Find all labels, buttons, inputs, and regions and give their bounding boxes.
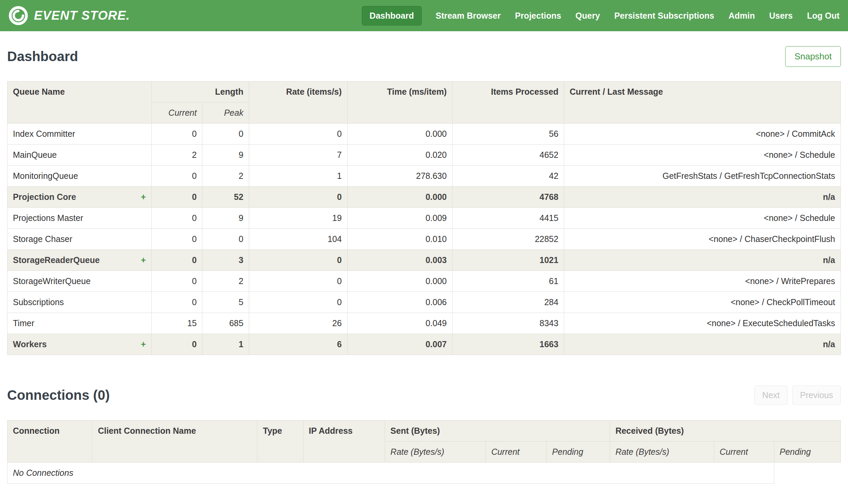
queue-rate-value: 1	[249, 166, 347, 187]
queue-items-processed-value: 4652	[452, 145, 564, 166]
queue-row: Workers+0160.0071663n/a	[7, 334, 841, 355]
header-sent-bytes: Sent (Bytes)	[385, 420, 610, 442]
queue-name: StorageWriterQueue	[13, 276, 91, 286]
nav-item-projections[interactable]: Projections	[515, 6, 561, 25]
queue-peak-value: 0	[202, 229, 249, 250]
queue-name: Index Committer	[13, 129, 75, 139]
queue-time-value: 0.020	[347, 145, 452, 166]
queue-time-value: 0.000	[347, 187, 452, 208]
queue-current-value: 0	[151, 250, 202, 271]
queue-peak-value: 1	[202, 334, 249, 355]
previous-button[interactable]: Previous	[792, 385, 841, 405]
queue-name-cell: Index Committer	[7, 124, 152, 145]
queue-message-value: <none> / CheckPollTimeout	[564, 292, 841, 313]
queue-name: Subscriptions	[13, 297, 64, 307]
queue-time-value: 0.007	[347, 334, 452, 355]
queues-tbody: Index Committer0000.00056<none> / Commit…	[7, 124, 841, 355]
queue-name-cell: MainQueue	[7, 145, 152, 166]
header-current: Current	[151, 103, 202, 124]
queue-rate-value: 26	[249, 313, 347, 334]
expand-icon[interactable]: +	[141, 339, 146, 349]
queue-row: Projection Core+05200.0004768n/a	[7, 187, 841, 208]
header-sent-rate: Rate (Bytes/s)	[385, 442, 486, 463]
queue-row: Index Committer0000.00056<none> / Commit…	[7, 124, 841, 145]
queue-rate-value: 0	[249, 124, 347, 145]
nav-item-stream-browser[interactable]: Stream Browser	[435, 6, 501, 25]
queue-message-value: n/a	[564, 187, 841, 208]
queue-peak-value: 2	[202, 271, 249, 292]
queue-message-value: <none> / ExecuteScheduledTasks	[564, 313, 841, 334]
queue-rate-value: 104	[249, 229, 347, 250]
queue-time-value: 278.630	[347, 166, 452, 187]
queue-rate-value: 6	[249, 334, 347, 355]
brand[interactable]: EVENT STORE.	[8, 5, 130, 26]
nav-item-logout[interactable]: Log Out	[807, 6, 840, 25]
queue-name-cell: StorageWriterQueue	[7, 271, 152, 292]
queue-time-value: 0.003	[347, 250, 452, 271]
queue-message-value: <none> / WritePrepares	[564, 271, 841, 292]
header-sent-pending: Pending	[546, 442, 610, 463]
queue-time-value: 0.049	[347, 313, 452, 334]
queue-current-value: 0	[151, 208, 202, 229]
header-peak: Peak	[202, 103, 249, 124]
header-time: Time (ms/item)	[347, 82, 452, 124]
queue-peak-value: 3	[202, 250, 249, 271]
queue-name-cell: Subscriptions	[7, 292, 152, 313]
header-received-current: Current	[714, 442, 774, 463]
queue-name-cell: Projections Master	[7, 208, 152, 229]
queue-current-value: 2	[151, 145, 202, 166]
queue-name-cell: Workers+	[7, 334, 152, 355]
queue-message-value: <none> / Schedule	[564, 145, 841, 166]
nav-item-dashboard[interactable]: Dashboard	[362, 6, 422, 25]
queue-name: Storage Chaser	[13, 234, 72, 244]
page-title: Dashboard	[7, 49, 78, 64]
queue-current-value: 0	[151, 334, 202, 355]
queue-items-processed-value: 8343	[452, 313, 564, 334]
nav-item-query[interactable]: Query	[575, 6, 600, 25]
queue-name-cell: MonitoringQueue	[7, 166, 152, 187]
queue-rate-value: 0	[249, 187, 347, 208]
header-queue-name: Queue Name	[7, 82, 152, 124]
nav-item-users[interactable]: Users	[769, 6, 793, 25]
brand-text: EVENT STORE.	[34, 8, 130, 23]
header-message: Current / Last Message	[564, 82, 841, 124]
expand-icon[interactable]: +	[141, 192, 146, 202]
queue-row: Timer15685260.0498343<none> / ExecuteSch…	[7, 313, 841, 334]
queues-table: Queue Name Length Rate (items/s) Time (m…	[7, 81, 841, 355]
header-received-rate: Rate (Bytes/s)	[610, 442, 714, 463]
queue-current-value: 0	[151, 187, 202, 208]
queue-message-value: n/a	[564, 334, 841, 355]
queue-message-value: <none> / ChaserCheckpointFlush	[564, 229, 841, 250]
top-navbar: EVENT STORE. Dashboard Stream Browser Pr…	[0, 0, 848, 31]
queue-current-value: 0	[151, 166, 202, 187]
nav-item-admin[interactable]: Admin	[728, 6, 755, 25]
expand-icon[interactable]: +	[141, 255, 146, 265]
queue-items-processed-value: 4415	[452, 208, 564, 229]
main-content: Dashboard Snapshot Queue Name Length Rat…	[0, 46, 848, 484]
queue-name: Projection Core	[13, 192, 76, 202]
queue-current-value: 0	[151, 292, 202, 313]
queue-time-value: 0.006	[347, 292, 452, 313]
queue-row: StorageReaderQueue+0300.0031021n/a	[7, 250, 841, 271]
nav-item-persistent-subscriptions[interactable]: Persistent Subscriptions	[614, 6, 715, 25]
queue-items-processed-value: 42	[452, 166, 564, 187]
queue-row: Projections Master09190.0094415<none> / …	[7, 208, 841, 229]
queue-row: MonitoringQueue021278.63042GetFreshStats…	[7, 166, 841, 187]
queue-name-cell: Projection Core+	[7, 187, 152, 208]
queue-current-value: 15	[151, 313, 202, 334]
queue-message-value: <none> / Schedule	[564, 208, 841, 229]
nav-items: Dashboard Stream Browser Projections Que…	[362, 6, 840, 25]
snapshot-button[interactable]: Snapshot	[785, 46, 841, 67]
header-items-processed: Items Processed	[452, 82, 564, 124]
queue-rate-value: 19	[249, 208, 347, 229]
queue-time-value: 0.000	[347, 124, 452, 145]
next-button[interactable]: Next	[754, 385, 787, 405]
queue-rate-value: 0	[249, 292, 347, 313]
queue-peak-value: 52	[202, 187, 249, 208]
queue-name-cell: Timer	[7, 313, 152, 334]
queue-time-value: 0.010	[347, 229, 452, 250]
pager: Next Previous	[754, 385, 841, 405]
queue-items-processed-value: 4768	[452, 187, 564, 208]
queue-current-value: 0	[151, 271, 202, 292]
queue-peak-value: 9	[202, 208, 249, 229]
